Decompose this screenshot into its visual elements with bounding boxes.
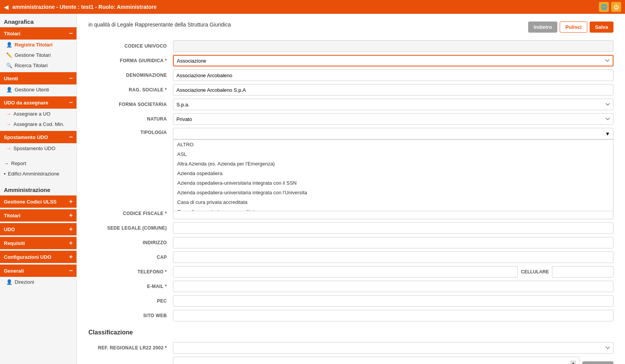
power-button[interactable]: ⏻ bbox=[611, 2, 621, 12]
denominazione-input[interactable] bbox=[173, 69, 613, 81]
tipologia-select-header[interactable]: ▼ bbox=[173, 128, 613, 139]
classificazione-box: Nessuna classificazione aggiunta ▲ ▼ bbox=[173, 357, 579, 364]
sidebar-item-direzioni[interactable]: 👤 Direzioni bbox=[0, 277, 76, 287]
tipologia-option-5[interactable]: Azienda ospedaliera-universitaria integr… bbox=[173, 188, 613, 197]
sidebar-group-header-udo-admin[interactable]: UDO + bbox=[0, 223, 76, 235]
square-icon: ▪ bbox=[4, 171, 6, 177]
app-title: amministrazione - Utente : test1 - Ruolo… bbox=[12, 4, 599, 10]
sidebar-item-report[interactable]: → Report bbox=[0, 158, 76, 169]
forma-societaria-label: FORMA SOCIETARIA bbox=[88, 102, 173, 107]
sidebar-group-titolari: Titolari − 👤 Registra Titolari ✏️ Gestio… bbox=[0, 27, 76, 71]
sidebar-group-header-titolari-admin[interactable]: Titolari + bbox=[0, 209, 76, 222]
sidebar-item-label: Registra Titolari bbox=[15, 42, 53, 48]
sidebar-group-header-utenti[interactable]: Utenti − bbox=[0, 72, 76, 84]
sidebar-item-label: Gestione Titolari bbox=[15, 52, 51, 58]
form-row-sito-web: SITO WEB bbox=[88, 310, 613, 321]
sidebar-group-toggle-utenti: − bbox=[69, 75, 73, 82]
sidebar-group-header-spostamento-udo[interactable]: Spostamento UDO − bbox=[0, 131, 76, 143]
sidebar-group-udo-da-assegnare: UDO da assegnare − → Assegnare a UO → As… bbox=[0, 96, 76, 129]
sidebar-item-label: Ricerca Titolari bbox=[15, 63, 48, 68]
codice-univoco-label: CODICE UNIVOCO bbox=[88, 43, 173, 49]
sidebar-group-configurazioni-udo: Configurazioni UDO + bbox=[0, 251, 76, 263]
sidebar-group-label: Configurazioni UDO bbox=[4, 254, 52, 260]
arrow-icon: → bbox=[6, 121, 11, 127]
sidebar-group-header-generali[interactable]: Generali − bbox=[0, 265, 76, 277]
sidebar-toggle-icon[interactable]: ◀ bbox=[4, 3, 8, 11]
tipologia-dropdown: ALTRO ASL Altra Azienda (es. Azienda per… bbox=[173, 139, 613, 211]
tipologia-label: TIPOLOGIA bbox=[88, 128, 173, 135]
sidebar-item-spostamento-udo[interactable]: → Spostamento UDO bbox=[0, 143, 76, 154]
tipologia-option-3[interactable]: Azienda ospedaliera bbox=[173, 169, 613, 178]
salva-button[interactable]: Salva bbox=[590, 22, 613, 33]
cap-label: CAP bbox=[88, 255, 173, 260]
sidebar-item-registra-titolari[interactable]: 👤 Registra Titolari bbox=[0, 40, 76, 50]
telefono-label: TELEFONO * bbox=[88, 269, 173, 275]
sidebar-group-header-requisiti[interactable]: Requisiti + bbox=[0, 237, 76, 249]
scroll-up-button[interactable]: ▲ bbox=[570, 361, 576, 364]
sidebar-group-requisiti: Requisiti + bbox=[0, 237, 76, 249]
tipologia-option-2[interactable]: Altra Azienda (es. Azienda per l'Emergen… bbox=[173, 159, 613, 169]
natura-label: NATURA bbox=[88, 116, 173, 122]
rag-sociale-input[interactable] bbox=[173, 84, 613, 96]
search-icon: 🔍 bbox=[6, 63, 12, 68]
pulisci-button[interactable]: Pulisci bbox=[560, 22, 587, 33]
sidebar-group-label-utenti: Utenti bbox=[4, 76, 18, 81]
sidebar-item-label: Report bbox=[11, 160, 26, 166]
sidebar-group-toggle: + bbox=[69, 226, 73, 233]
forma-giuridica-select[interactable]: Associazione bbox=[173, 55, 613, 66]
sidebar-group-header-configurazioni-udo[interactable]: Configurazioni UDO + bbox=[0, 251, 76, 263]
globe-button[interactable]: 🌐 bbox=[599, 2, 609, 12]
form-row-rag-sociale: RAG. SOCIALE * bbox=[88, 84, 613, 96]
ref-regionale-select[interactable] bbox=[173, 342, 613, 354]
sidebar-item-edifici[interactable]: ▪ Edifici Amministrazione bbox=[0, 169, 76, 179]
sidebar-item-gestione-utenti[interactable]: 👤 Gestione Utenti bbox=[0, 84, 76, 95]
email-input[interactable] bbox=[173, 281, 613, 292]
form-header: in qualità di Legale Rappresentante dell… bbox=[88, 22, 613, 33]
sidebar-group-generali: Generali − 👤 Direzioni bbox=[0, 265, 76, 287]
sede-legale-input[interactable] bbox=[173, 222, 613, 234]
natura-select[interactable]: Privato bbox=[173, 113, 613, 125]
ref-regionale-label: REF. REGIONALE LR22 2002 * bbox=[88, 345, 173, 351]
form-row-indirizzo: INDIRIZZO bbox=[88, 237, 613, 248]
tipologia-option-0[interactable]: ALTRO bbox=[173, 140, 613, 149]
arrow-icon: → bbox=[6, 111, 11, 117]
sidebar-item-gestione-titolari[interactable]: ✏️ Gestione Titolari bbox=[0, 50, 76, 60]
codice-univoco-input[interactable] bbox=[173, 40, 613, 52]
tipologia-chevron-icon: ▼ bbox=[605, 131, 610, 137]
tipologia-option-1[interactable]: ASL bbox=[173, 149, 613, 159]
sito-web-input[interactable] bbox=[173, 310, 613, 321]
sidebar-group-label-spostamento-udo: Spostamento UDO bbox=[4, 134, 48, 140]
tipologia-option-4[interactable]: Azienda ospedaliera-universitaria integr… bbox=[173, 178, 613, 188]
sidebar-item-label: Assegnare a Cod. Min. bbox=[13, 121, 64, 127]
indirizzo-input[interactable] bbox=[173, 237, 613, 248]
sidebar-group-label: Generali bbox=[4, 268, 24, 274]
sidebar-item-assegnare-uo[interactable]: → Assegnare a UO bbox=[0, 109, 76, 119]
sidebar-item-ricerca-titolari[interactable]: 🔍 Ricerca Titolari bbox=[0, 60, 76, 71]
sidebar-group-label: UDO bbox=[4, 227, 15, 232]
cellulare-input[interactable] bbox=[552, 266, 613, 278]
sidebar-group-label: Titolari bbox=[4, 213, 20, 218]
form-row-tipologia: TIPOLOGIA ▼ ALTRO ASL Altra Azienda (es.… bbox=[88, 128, 613, 139]
telefono-input[interactable] bbox=[173, 266, 518, 278]
edit-icon: ✏️ bbox=[6, 52, 12, 58]
sidebar-item-assegnare-cod-min[interactable]: → Assegnare a Cod. Min. bbox=[0, 119, 76, 129]
pec-input[interactable] bbox=[173, 295, 613, 307]
sidebar-group-gestione-codici-ulss: Gestione Codici ULSS + bbox=[0, 195, 76, 208]
sidebar-group-header-udo-da-assegnare[interactable]: UDO da assegnare − bbox=[0, 96, 76, 109]
sidebar-item-label: Direzioni bbox=[15, 279, 34, 285]
sidebar-group-toggle-udo-da-assegnare: − bbox=[69, 99, 73, 106]
tipologia-option-6[interactable]: Casa di cura privata accreditata bbox=[173, 197, 613, 207]
sidebar-group-toggle: + bbox=[69, 198, 73, 205]
sidebar-group-header-gestione-codici-ulss[interactable]: Gestione Codici ULSS + bbox=[0, 195, 76, 208]
form-row-telefono: TELEFONO * CELLULARE bbox=[88, 266, 613, 278]
modifica-button[interactable]: Modifica bbox=[582, 361, 613, 364]
cap-input[interactable] bbox=[173, 251, 613, 263]
indietro-button[interactable]: Indietro bbox=[528, 22, 557, 33]
forma-societaria-select[interactable]: S.p.a. bbox=[173, 99, 613, 110]
sidebar-group-header-titolari[interactable]: Titolari − bbox=[0, 27, 76, 40]
sito-web-label: SITO WEB bbox=[88, 313, 173, 318]
tipologia-option-7[interactable]: Casa di cura privata non accreditata bbox=[173, 207, 613, 211]
form-row-forma-giuridica: FORMA GIURIDICA * Associazione bbox=[88, 55, 613, 66]
user-icon: 👤 bbox=[6, 87, 12, 93]
form-section-main: CODICE UNIVOCO FORMA GIURIDICA * Associa… bbox=[88, 40, 613, 321]
